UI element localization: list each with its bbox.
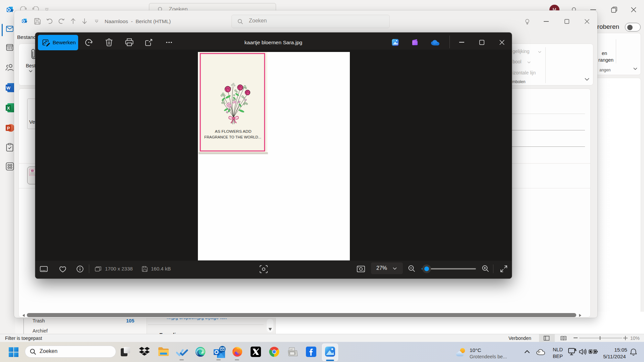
svg-text:AS FLOWERS ADD: AS FLOWERS ADD [215, 129, 252, 133]
svg-text:P: P [7, 126, 10, 131]
svg-text:X: X [7, 106, 10, 111]
svg-text:W: W [6, 85, 11, 90]
svg-text:FRAGRANCE TO THE WORLD...: FRAGRANCE TO THE WORLD... [204, 135, 261, 139]
